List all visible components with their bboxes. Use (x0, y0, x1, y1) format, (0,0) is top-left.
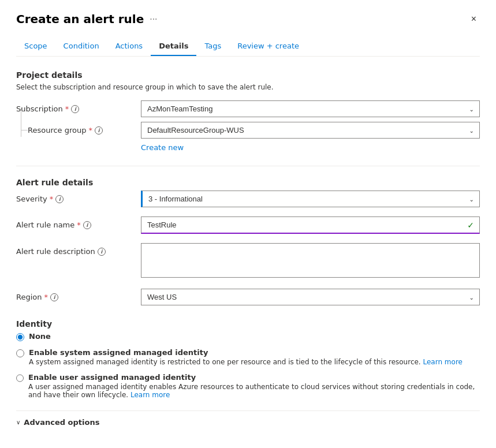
identity-option-user: Enable user assigned managed identity A … (16, 373, 480, 399)
alert-rule-description-info-icon[interactable]: i (98, 248, 106, 256)
identity-system-label[interactable]: Enable system assigned managed identity (29, 348, 208, 357)
identity-section: Identity None Enable system assigned man… (16, 319, 480, 399)
alert-rule-name-label: Alert rule name (16, 221, 74, 229)
advanced-options-row[interactable]: ∨ Advanced options (16, 410, 480, 427)
alert-rule-name-input[interactable] (141, 216, 480, 234)
tab-details[interactable]: Details (151, 37, 196, 56)
create-new-link[interactable]: Create new (141, 143, 184, 152)
identity-system-learn-more-link[interactable]: Learn more (423, 358, 463, 366)
resource-group-label: Resource group (28, 126, 87, 135)
alert-rule-description-label-col: Alert rule description i (16, 243, 132, 256)
tab-condition[interactable]: Condition (55, 37, 107, 56)
create-new-row: Create new (141, 141, 480, 152)
region-label-col: Region * i (16, 289, 132, 301)
subscription-row: Subscription * i AzMonTeamTesting ⌄ (16, 100, 480, 117)
panel-header: Create an alert rule ··· × (16, 12, 480, 27)
identity-system-radio[interactable] (16, 349, 24, 357)
severity-label: Severity (16, 195, 47, 203)
subscription-label-col: Subscription * i (16, 100, 132, 113)
alert-rule-name-input-wrapper: ✓ (141, 216, 480, 234)
resource-group-label-col: Resource group * i (16, 122, 132, 135)
alert-rule-description-input[interactable] (141, 243, 480, 278)
resource-group-info-icon[interactable]: i (95, 126, 103, 135)
severity-select[interactable]: 0 - Critical 1 - Error 2 - Warning 3 - I… (141, 191, 480, 207)
identity-user-description: A user assigned managed identity enables… (28, 383, 480, 399)
alert-rule-name-info-icon[interactable]: i (83, 221, 91, 229)
severity-label-col: Severity * i (16, 191, 132, 203)
panel-ellipsis: ··· (150, 14, 157, 24)
alert-rule-name-row: Alert rule name * i ✓ (16, 216, 480, 234)
horizontal-line (21, 130, 28, 130)
project-details-subtitle: Select the subscription and resource gro… (16, 83, 480, 91)
tab-scope[interactable]: Scope (16, 37, 55, 56)
region-row: Region * i East US West US North Europe … (16, 289, 480, 305)
alert-rule-description-row: Alert rule description i (16, 243, 480, 279)
tab-actions[interactable]: Actions (107, 37, 151, 56)
severity-select-wrapper: 0 - Critical 1 - Error 2 - Warning 3 - I… (141, 191, 480, 207)
subscription-select[interactable]: AzMonTeamTesting (141, 100, 480, 117)
identity-option-none: None (16, 332, 480, 341)
tab-review[interactable]: Review + create (229, 37, 307, 56)
alert-rule-details-title: Alert rule details (16, 178, 480, 187)
alert-rule-details-section: Alert rule details Severity * i 0 - Crit… (16, 178, 480, 305)
region-select-wrapper: East US West US North Europe West Europe… (141, 289, 480, 305)
resource-group-select-wrapper: DefaultResourceGroup-WUS ⌄ (141, 122, 480, 139)
identity-none-label[interactable]: None (29, 332, 51, 341)
identity-section-title: Identity (16, 319, 480, 328)
region-select[interactable]: East US West US North Europe West Europe (141, 289, 480, 305)
create-alert-panel: Create an alert rule ··· × Scope Conditi… (0, 0, 496, 448)
close-button[interactable]: × (468, 12, 480, 27)
identity-none-radio[interactable] (16, 333, 24, 341)
advanced-options-chevron-icon: ∨ (16, 419, 20, 425)
tab-tags[interactable]: Tags (196, 37, 229, 56)
subscription-select-wrapper: AzMonTeamTesting ⌄ (141, 100, 480, 117)
resource-group-row: Resource group * i DefaultResourceGroup-… (16, 122, 480, 139)
severity-info-icon[interactable]: i (55, 195, 64, 203)
advanced-options-label: Advanced options (24, 418, 99, 427)
identity-option-system: Enable system assigned managed identity … (16, 348, 480, 366)
alert-rule-description-input-wrapper (141, 243, 480, 279)
subscription-label: Subscription (16, 104, 63, 113)
region-label: Region (16, 293, 42, 301)
project-details-section: Project details Select the subscription … (16, 70, 480, 152)
section-divider-1 (16, 166, 480, 166)
resource-group-select[interactable]: DefaultResourceGroup-WUS (141, 122, 480, 139)
panel-title: Create an alert rule (16, 12, 144, 26)
vertical-line (21, 108, 21, 137)
identity-user-label[interactable]: Enable user assigned managed identity (28, 373, 196, 382)
identity-user-radio[interactable] (16, 374, 24, 382)
identity-user-learn-more-link[interactable]: Learn more (130, 391, 170, 399)
alert-rule-name-check-icon: ✓ (467, 221, 474, 230)
identity-system-description: A system assigned managed identity is re… (29, 358, 463, 366)
region-info-icon[interactable]: i (50, 293, 58, 301)
severity-row: Severity * i 0 - Critical 1 - Error 2 - … (16, 191, 480, 207)
alert-rule-name-label-col: Alert rule name * i (16, 216, 132, 229)
tab-bar: Scope Condition Actions Details Tags Rev… (16, 37, 480, 57)
subscription-info-icon[interactable]: i (71, 105, 79, 113)
alert-rule-description-label: Alert rule description (16, 247, 95, 256)
project-details-title: Project details (16, 70, 480, 80)
